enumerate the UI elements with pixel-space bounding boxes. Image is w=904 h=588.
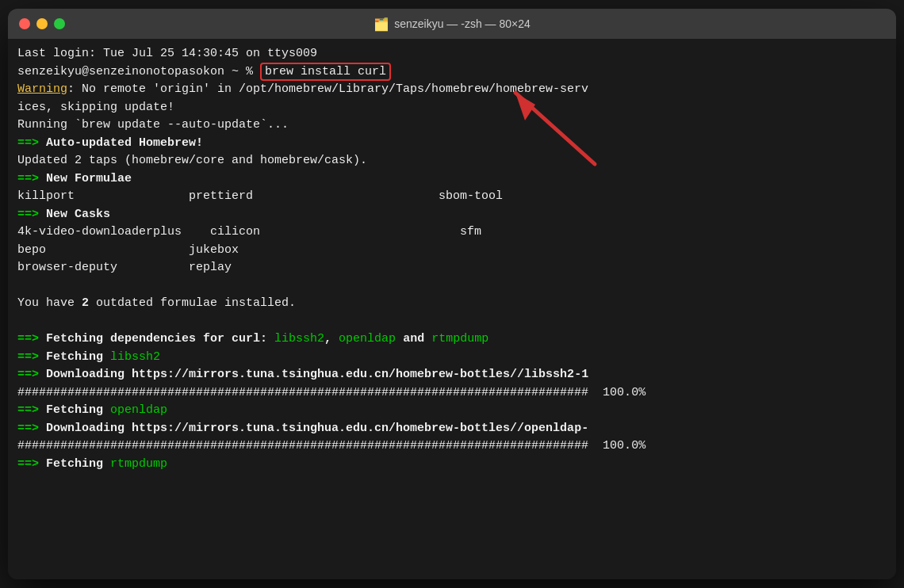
line-formulae-items: killport prettierd sbom-tool <box>17 188 887 206</box>
close-button[interactable] <box>19 18 30 29</box>
titlebar-title: 🗂️ senzeikyu — -zsh — 80×24 <box>373 17 531 32</box>
fetching-libssh2-bold: Fetching <box>39 350 110 364</box>
line-ices: ices, skipping update! <box>17 99 887 117</box>
titlebar: 🗂️ senzeikyu — -zsh — 80×24 <box>8 9 896 39</box>
fetching-rtmpdump-bold: Fetching <box>39 457 110 471</box>
line-fetching-deps: ==> Fetching dependencies for curl: libs… <box>17 330 887 349</box>
dep-rtmpdump: rtmpdump <box>431 332 488 346</box>
line-last-login: Last login: Tue Jul 25 14:30:45 on ttys0… <box>17 45 887 63</box>
line-cask-items-2: bepo jukebox <box>17 242 887 260</box>
warning-label: Warning <box>17 82 67 96</box>
downloading-libssh2-text: Downloading https://mirrors.tuna.tsinghu… <box>39 368 588 381</box>
dep-openldap: openldap <box>339 332 396 346</box>
titlebar-text: senzeikyu — -zsh — 80×24 <box>394 17 531 30</box>
openldap-name: openldap <box>110 403 167 417</box>
terminal-icon: 🗂️ <box>373 17 389 32</box>
line-cask-items-3: browser-deputy replay <box>17 259 887 277</box>
line-auto-updated: ==> Auto-updated Homebrew! <box>17 135 887 153</box>
line-cask-items-1: 4k-video-downloaderplus cilicon sfm <box>17 223 887 242</box>
dep-libssh2: libssh2 <box>274 332 324 346</box>
fetching-deps-bold: Fetching dependencies for curl: <box>39 332 274 346</box>
line-hash-2: ########################################… <box>17 437 887 456</box>
arrow-icon-3: ==> <box>17 208 39 221</box>
line-hash-1: ########################################… <box>17 384 887 403</box>
new-casks-text: New Casks <box>39 208 110 221</box>
terminal-window: 🗂️ senzeikyu — -zsh — 80×24 Last login: … <box>8 9 896 579</box>
auto-updated-text: Auto-updated Homebrew! <box>39 136 203 150</box>
arrow-icon-6: ==> <box>17 368 39 381</box>
line-blank-2 <box>17 313 887 331</box>
libssh2-name: libssh2 <box>110 350 160 364</box>
line-fetching-rtmpdump: ==> Fetching rtmpdump <box>17 456 887 474</box>
line-new-formulae: ==> New Formulae <box>17 170 887 189</box>
line-updated-taps: Updated 2 taps (homebrew/core and homebr… <box>17 152 887 170</box>
dep-comma-1: , <box>324 332 339 346</box>
maximize-button[interactable] <box>54 18 65 29</box>
arrow-icon-9: ==> <box>17 457 39 471</box>
arrow-icon-8: ==> <box>17 422 39 435</box>
line-fetching-libssh2: ==> Fetching libssh2 <box>17 349 887 367</box>
line-blank-1 <box>17 277 887 296</box>
line-new-casks: ==> New Casks <box>17 206 887 224</box>
line-warning: Warning: No remote 'origin' in /opt/home… <box>17 81 887 99</box>
dep-and: and <box>396 332 431 346</box>
warning-message: : No remote 'origin' in /opt/homebrew/Li… <box>67 82 588 96</box>
arrow-icon-1: ==> <box>17 136 39 150</box>
brew-install-curl-command: brew install curl <box>260 63 391 81</box>
downloading-openldap-text: Downloading https://mirrors.tuna.tsinghu… <box>39 422 588 435</box>
arrow-icon-7: ==> <box>17 403 39 417</box>
arrow-icon-2: ==> <box>17 172 39 185</box>
line-downloading-openldap: ==> Downloading https://mirrors.tuna.tsi… <box>17 420 887 438</box>
line-downloading-libssh2: ==> Downloading https://mirrors.tuna.tsi… <box>17 366 887 384</box>
new-formulae-text: New Formulae <box>39 172 132 185</box>
arrow-icon-4: ==> <box>17 332 39 346</box>
minimize-button[interactable] <box>36 18 48 29</box>
prompt-text: senzeikyu@senzeinonotopasokon ~ % <box>17 65 260 78</box>
fetching-openldap-bold: Fetching <box>39 403 110 417</box>
terminal-body[interactable]: Last login: Tue Jul 25 14:30:45 on ttys0… <box>8 39 896 579</box>
line-outdated: You have 2 outdated formulae installed. <box>17 295 887 313</box>
traffic-lights <box>19 18 65 29</box>
line-command: senzeikyu@senzeinonotopasokon ~ % brew i… <box>17 63 887 82</box>
line-running-brew: Running `brew update --auto-update`... <box>17 116 887 135</box>
rtmpdump-name: rtmpdump <box>110 457 167 471</box>
arrow-icon-5: ==> <box>17 350 39 364</box>
line-fetching-openldap: ==> Fetching openldap <box>17 402 887 420</box>
